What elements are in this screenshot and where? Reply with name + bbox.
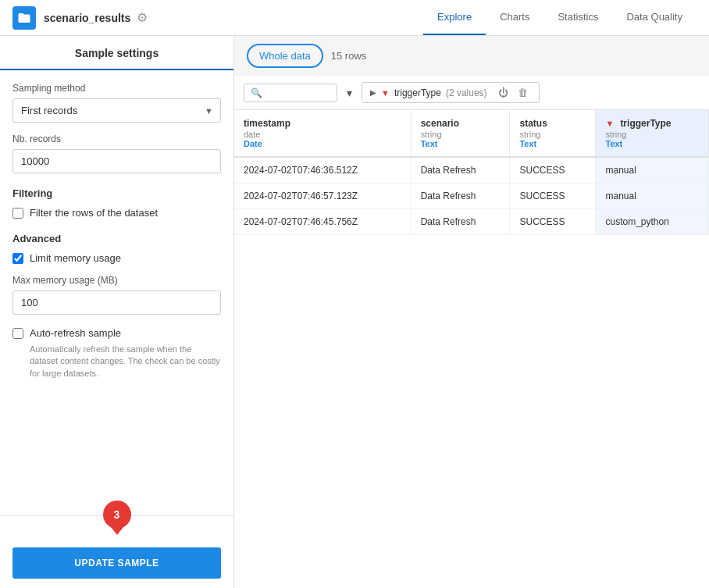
col-header-scenario: scenario string Text <box>411 110 510 157</box>
cell-triggerType: custom_python <box>596 209 709 235</box>
max-memory-label: Max memory usage (MB) <box>12 275 221 286</box>
cell-timestamp: 2024-07-02T07:46:36.512Z <box>234 157 411 184</box>
col-header-timestamp: timestamp date Date <box>234 110 411 157</box>
update-sample-button[interactable]: UPDATE SAMPLE <box>12 547 221 579</box>
data-table: timestamp date Date scenario string Text… <box>234 110 709 235</box>
cell-triggerType: manual <box>596 184 709 209</box>
search-icon: 🔍 <box>251 87 262 98</box>
col-label-status: status <box>519 118 547 129</box>
filter-trigger-icon: ▼ <box>605 119 614 128</box>
filtering-heading: Filtering <box>12 187 221 199</box>
filter-delete-button[interactable]: 🗑 <box>515 85 531 100</box>
col-type-triggertype: string <box>605 130 699 139</box>
sampling-method-label: Sampling method <box>12 83 221 94</box>
col-type-scenario: string <box>421 130 501 139</box>
max-memory-input[interactable] <box>12 290 221 315</box>
auto-refresh-row: Auto-refresh sample <box>12 327 221 339</box>
limit-memory-row: Limit memory usage <box>12 252 221 264</box>
col-label-scenario: scenario <box>421 118 459 129</box>
filter-chip-label: triggerType <box>394 87 441 98</box>
rows-count: 15 rows <box>331 50 367 62</box>
table-row: 2024-07-02T07:46:57.123ZData RefreshSUCC… <box>234 184 709 209</box>
data-toolbar: Whole data 15 rows <box>234 36 709 76</box>
cell-triggerType: manual <box>596 157 709 184</box>
col-link-status[interactable]: Text <box>519 139 586 148</box>
filter-rows-row: Filter the rows of the dataset <box>12 207 221 219</box>
auto-refresh-label[interactable]: Auto-refresh sample <box>30 327 121 339</box>
dataset-name: scenario_results <box>44 12 130 24</box>
table-row: 2024-07-02T07:46:45.756ZData RefreshSUCC… <box>234 209 709 235</box>
cell-status: SUCCESS <box>510 157 596 184</box>
col-link-triggertype[interactable]: Text <box>605 139 699 148</box>
filter-chip-arrow-icon: ▶ <box>370 88 376 97</box>
table-body: 2024-07-02T07:46:36.512ZData RefreshSUCC… <box>234 157 709 235</box>
col-header-status: status string Text <box>510 110 596 157</box>
filter-rows-checkbox[interactable] <box>12 208 23 219</box>
filter-actions: ⏻ 🗑 <box>495 85 531 100</box>
nb-records-label: Nb. records <box>12 134 221 144</box>
sidebar-title: Sample settings <box>0 36 233 70</box>
cell-status: SUCCESS <box>510 209 596 235</box>
filter-funnel-icon: ▼ <box>381 88 390 98</box>
limit-memory-label[interactable]: Limit memory usage <box>30 252 121 264</box>
table-header-row: timestamp date Date scenario string Text… <box>234 110 709 157</box>
col-link-scenario[interactable]: Text <box>421 139 501 148</box>
main-content: Whole data 15 rows 🔍 ▾ ▶ ▼ triggerType (… <box>234 36 709 588</box>
col-link-timestamp[interactable]: Date <box>244 139 401 148</box>
top-nav: scenario_results ⚙ Explore Charts Statis… <box>0 0 709 36</box>
app-icon <box>12 6 36 30</box>
limit-memory-checkbox[interactable] <box>12 253 23 264</box>
tab-statistics[interactable]: Statistics <box>543 0 612 35</box>
filter-power-button[interactable]: ⏻ <box>495 85 511 100</box>
sidebar-footer: 3 UPDATE SAMPLE <box>0 515 233 588</box>
table-row: 2024-07-02T07:46:36.512ZData RefreshSUCC… <box>234 157 709 184</box>
sidebar-content: Sampling method First records Random Str… <box>0 70 233 515</box>
whole-data-button[interactable]: Whole data <box>247 44 323 68</box>
filter-chip: ▶ ▼ triggerType (2 values) ⏻ 🗑 <box>362 82 540 103</box>
sidebar: Sample settings Sampling method First re… <box>0 36 234 588</box>
col-label-triggertype: triggerType <box>620 118 671 129</box>
col-type-timestamp: date <box>244 130 401 139</box>
col-header-triggertype: ▼ triggerType string Text <box>596 110 709 157</box>
cell-scenario: Data Refresh <box>411 209 510 235</box>
cell-scenario: Data Refresh <box>411 184 510 209</box>
filter-rows-label[interactable]: Filter the rows of the dataset <box>30 207 158 219</box>
auto-refresh-checkbox[interactable] <box>12 328 23 339</box>
filter-dropdown-button[interactable]: ▾ <box>344 85 355 101</box>
layout: Sample settings Sampling method First re… <box>0 36 709 588</box>
filter-chip-values: (2 values) <box>446 87 487 98</box>
auto-refresh-hint: Automatically refresh the sample when th… <box>30 344 221 380</box>
tab-explore[interactable]: Explore <box>423 0 486 35</box>
settings-icon[interactable]: ⚙ <box>137 10 148 25</box>
sampling-method-select[interactable]: First records Random Stratified Last rec… <box>12 98 221 123</box>
tab-charts[interactable]: Charts <box>486 0 543 35</box>
filter-bar: 🔍 ▾ ▶ ▼ triggerType (2 values) ⏻ 🗑 <box>234 76 709 110</box>
sampling-method-wrapper: First records Random Stratified Last rec… <box>12 98 221 123</box>
nb-records-input[interactable] <box>12 149 221 173</box>
search-input-wrap: 🔍 <box>244 84 337 102</box>
cell-status: SUCCESS <box>510 184 596 209</box>
tab-data-quality[interactable]: Data Quality <box>612 0 697 35</box>
advanced-heading: Advanced <box>12 233 221 244</box>
col-label-timestamp: timestamp <box>244 118 290 129</box>
nav-tabs: Explore Charts Statistics Data Quality <box>423 0 697 35</box>
cell-timestamp: 2024-07-02T07:46:45.756Z <box>234 209 411 235</box>
table-wrap: timestamp date Date scenario string Text… <box>234 110 709 588</box>
cell-scenario: Data Refresh <box>411 157 510 184</box>
col-type-status: string <box>519 130 586 139</box>
cell-timestamp: 2024-07-02T07:46:57.123Z <box>234 184 411 209</box>
